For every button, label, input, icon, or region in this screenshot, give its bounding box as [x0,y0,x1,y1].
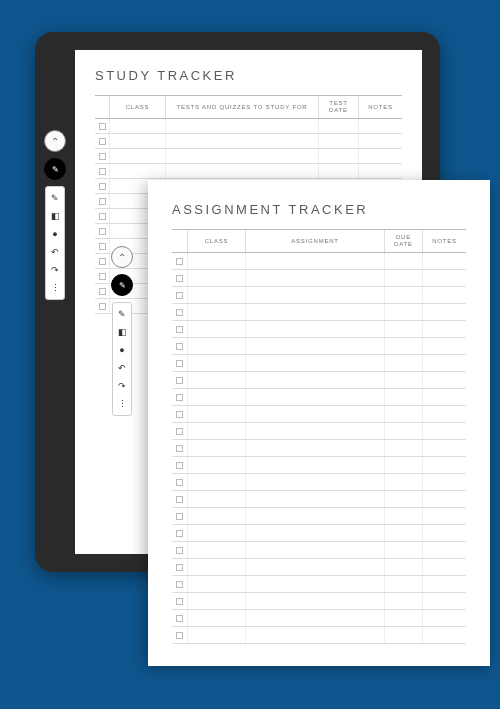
shape-tool-button[interactable]: ● [114,343,130,357]
cell-class[interactable] [187,610,245,626]
cell-date[interactable] [384,287,422,303]
cell-notes[interactable] [358,134,402,148]
cell-main[interactable] [245,321,384,337]
cell-date[interactable] [384,474,422,490]
checkbox[interactable] [99,123,106,130]
cell-notes[interactable] [422,372,466,388]
cell-main[interactable] [245,576,384,592]
redo-tool-button[interactable]: ↷ [114,379,130,393]
cell-class[interactable] [187,423,245,439]
cell-class[interactable] [109,149,165,163]
checkbox[interactable] [176,360,183,367]
cell-class[interactable] [187,270,245,286]
cell-date[interactable] [384,576,422,592]
cell-notes[interactable] [422,423,466,439]
cell-main[interactable] [245,287,384,303]
cell-class[interactable] [187,542,245,558]
checkbox[interactable] [176,581,183,588]
checkbox[interactable] [99,183,106,190]
cell-notes[interactable] [422,406,466,422]
cell-main[interactable] [245,406,384,422]
checkbox[interactable] [176,445,183,452]
cell-date[interactable] [384,406,422,422]
cell-notes[interactable] [422,457,466,473]
cell-notes[interactable] [358,119,402,133]
cell-class[interactable] [187,576,245,592]
checkbox[interactable] [176,343,183,350]
cell-main[interactable] [245,542,384,558]
cell-date[interactable] [384,525,422,541]
cell-class[interactable] [109,164,165,178]
checkbox[interactable] [99,168,106,175]
undo-tool-button[interactable]: ↶ [47,245,63,259]
cell-notes[interactable] [422,576,466,592]
cell-main[interactable] [165,164,318,178]
cell-date[interactable] [318,164,358,178]
cell-main[interactable] [165,134,318,148]
cell-class[interactable] [187,338,245,354]
cell-notes[interactable] [422,474,466,490]
cell-class[interactable] [187,372,245,388]
cell-main[interactable] [245,253,384,269]
checkbox[interactable] [176,530,183,537]
eraser-tool-button[interactable]: ◧ [114,325,130,339]
checkbox[interactable] [99,288,106,295]
checkbox[interactable] [176,547,183,554]
cell-main[interactable] [245,593,384,609]
toolbar-pen-button[interactable]: ✎ [44,158,66,180]
cell-main[interactable] [165,119,318,133]
cell-date[interactable] [384,321,422,337]
cell-notes[interactable] [422,610,466,626]
cell-date[interactable] [384,559,422,575]
checkbox[interactable] [176,615,183,622]
redo-tool-button[interactable]: ↷ [47,263,63,277]
cell-date[interactable] [384,253,422,269]
cell-main[interactable] [245,457,384,473]
cell-date[interactable] [318,119,358,133]
checkbox[interactable] [176,496,183,503]
checkbox[interactable] [176,309,183,316]
cell-date[interactable] [384,610,422,626]
cell-main[interactable] [245,508,384,524]
checkbox[interactable] [176,428,183,435]
cell-notes[interactable] [422,627,466,643]
cell-class[interactable] [187,321,245,337]
checkbox[interactable] [99,243,106,250]
cell-notes[interactable] [358,164,402,178]
cell-notes[interactable] [422,542,466,558]
cell-notes[interactable] [422,253,466,269]
cell-main[interactable] [245,440,384,456]
cell-class[interactable] [187,440,245,456]
checkbox[interactable] [99,258,106,265]
checkbox[interactable] [176,598,183,605]
checkbox[interactable] [176,513,183,520]
cell-date[interactable] [318,134,358,148]
toolbar-collapse-button[interactable]: ⌃ [111,246,133,268]
cell-notes[interactable] [422,389,466,405]
cell-date[interactable] [384,491,422,507]
cell-class[interactable] [187,253,245,269]
cell-notes[interactable] [422,525,466,541]
cell-class[interactable] [187,559,245,575]
cell-class[interactable] [187,525,245,541]
cell-notes[interactable] [422,355,466,371]
cell-date[interactable] [384,304,422,320]
checkbox[interactable] [99,213,106,220]
eraser-tool-button[interactable]: ◧ [47,209,63,223]
checkbox[interactable] [176,377,183,384]
cell-date[interactable] [318,149,358,163]
cell-date[interactable] [384,338,422,354]
cell-class[interactable] [187,508,245,524]
cell-main[interactable] [245,389,384,405]
cell-date[interactable] [384,593,422,609]
cell-main[interactable] [245,372,384,388]
toolbar-pen-button[interactable]: ✎ [111,274,133,296]
cell-main[interactable] [245,525,384,541]
checkbox[interactable] [176,275,183,282]
undo-tool-button[interactable]: ↶ [114,361,130,375]
cell-class[interactable] [109,119,165,133]
cell-class[interactable] [187,457,245,473]
cell-class[interactable] [109,134,165,148]
cell-main[interactable] [245,491,384,507]
cell-main[interactable] [245,423,384,439]
